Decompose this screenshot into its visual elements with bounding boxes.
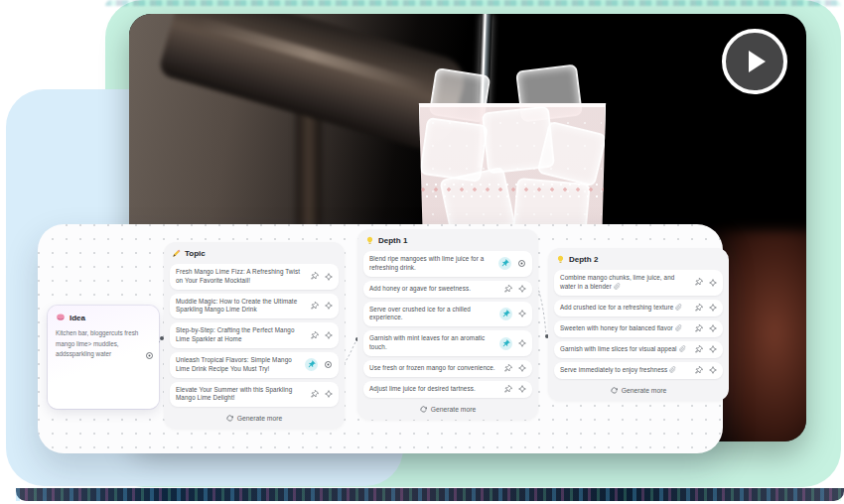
item-text: Adjust lime juice for desired tartness. — [369, 385, 499, 394]
idea-body-text: Kitchen bar, bloggercuts fresh mango lim… — [56, 328, 151, 360]
depth2-item[interactable]: Combine mango chunks, lime juice, and wa… — [554, 270, 723, 296]
item-text: Use fresh or frozen mango for convenienc… — [369, 364, 499, 373]
sparkle-icon[interactable] — [518, 285, 526, 293]
topic-column-header: Topic — [170, 248, 339, 264]
generate-more-label: Generate more — [431, 406, 477, 413]
target-icon[interactable] — [324, 360, 333, 369]
pin-icon[interactable] — [694, 366, 703, 375]
item-text: Sweeten with honey for balanced flavor — [560, 324, 690, 333]
pin-icon[interactable] — [694, 278, 703, 287]
sparkle-icon[interactable] — [709, 304, 717, 312]
topic-column: Topic Fresh Mango Lime Fizz: A Refreshin… — [164, 242, 345, 429]
idea-title: Idea — [70, 314, 85, 322]
item-text: Garnish with mint leaves for an aromatic… — [369, 334, 495, 352]
pin-icon[interactable] — [310, 272, 319, 281]
paperclip-icon — [675, 304, 682, 311]
sparkle-icon[interactable] — [325, 331, 333, 339]
topic-column-title: Topic — [185, 249, 206, 258]
pin-icon-active[interactable] — [499, 337, 512, 350]
pin-icon[interactable] — [694, 304, 703, 313]
paperclip-icon — [675, 324, 682, 331]
pin-icon[interactable] — [310, 331, 319, 340]
depth1-item[interactable]: Adjust lime juice for desired tartness. — [363, 381, 532, 398]
pin-icon-active[interactable] — [498, 257, 511, 270]
sparkle-icon[interactable] — [518, 385, 526, 393]
mindmap-panel: Idea Kitchen bar, bloggercuts fresh mang… — [38, 224, 723, 453]
pin-icon[interactable] — [503, 385, 512, 394]
generate-more-button[interactable]: Generate more — [363, 402, 532, 416]
depth1-item[interactable]: Garnish with mint leaves for an aromatic… — [363, 330, 532, 356]
generate-more-label: Generate more — [622, 387, 667, 394]
depth1-item[interactable]: Add honey or agave for sweetness. — [363, 281, 532, 298]
depth1-item[interactable]: Serve over crushed ice for a chilled exp… — [363, 302, 532, 327]
depth2-column-header: Depth 2 — [554, 254, 723, 270]
target-icon[interactable] — [145, 351, 154, 360]
item-text: Step-by-Step: Crafting the Perfect Mango… — [176, 326, 306, 344]
topic-item[interactable]: Fresh Mango Lime Fizz: A Refreshing Twis… — [170, 264, 339, 290]
topic-item[interactable]: Muddle Magic: How to Create the Ultimate… — [170, 294, 339, 319]
depth1-column-title: Depth 1 — [378, 236, 407, 245]
item-text: Muddle Magic: How to Create the Ultimate… — [176, 298, 306, 315]
pin-icon-active[interactable] — [305, 358, 318, 371]
item-text: Unleash Tropical Flavors: Simple Mango L… — [176, 356, 301, 374]
topic-item-selected[interactable]: Unleash Tropical Flavors: Simple Mango L… — [170, 352, 339, 378]
generate-more-label: Generate more — [237, 415, 283, 422]
pin-icon[interactable] — [503, 285, 512, 294]
sparkle-icon[interactable] — [709, 324, 717, 332]
sparkle-icon[interactable] — [709, 345, 717, 353]
item-text: Serve immediately to enjoy freshness — [560, 366, 690, 375]
item-text: Add crushed ice for a refreshing texture — [560, 304, 690, 313]
generate-more-button[interactable]: Generate more — [554, 383, 723, 397]
depth2-item[interactable]: Add crushed ice for a refreshing texture — [554, 300, 723, 316]
item-text: Fresh Mango Lime Fizz: A Refreshing Twis… — [176, 268, 306, 286]
pin-icon-active[interactable] — [499, 308, 512, 320]
item-text: Add honey or agave for sweetness. — [369, 285, 499, 294]
pin-icon[interactable] — [503, 364, 512, 373]
depth2-column: Depth 2 Combine mango chunks, lime juice… — [548, 248, 729, 401]
sparkle-icon[interactable] — [325, 302, 333, 310]
depth1-column-header: Depth 1 — [363, 235, 532, 251]
sparkle-icon[interactable] — [709, 279, 717, 287]
item-text: Garnish with lime slices for visual appe… — [560, 345, 690, 354]
idea-icon — [56, 313, 66, 322]
depth2-column-title: Depth 2 — [569, 255, 598, 264]
paperclip-icon — [679, 345, 686, 352]
depth2-item[interactable]: Sweeten with honey for balanced flavor — [554, 320, 723, 337]
bottom-glitch-band — [16, 488, 844, 501]
sparkle-icon[interactable] — [518, 339, 526, 347]
topic-item[interactable]: Elevate Your Summer with this Sparkling … — [170, 382, 339, 408]
item-text: Combine mango chunks, lime juice, and wa… — [560, 274, 690, 292]
generate-more-button[interactable]: Generate more — [170, 411, 339, 425]
paperclip-icon — [614, 283, 621, 290]
item-text: Blend ripe mangoes with lime juice for a… — [369, 255, 494, 273]
depth1-item-selected[interactable]: Blend ripe mangoes with lime juice for a… — [363, 251, 532, 277]
pin-icon[interactable] — [310, 390, 319, 399]
sparkle-icon[interactable] — [325, 273, 333, 281]
sparkle-icon[interactable] — [518, 310, 526, 317]
depth2-item[interactable]: Garnish with lime slices for visual appe… — [554, 341, 723, 358]
sparkle-icon[interactable] — [518, 364, 526, 372]
refresh-icon — [226, 415, 233, 422]
item-text: Serve over crushed ice for a chilled exp… — [369, 306, 495, 323]
pin-icon[interactable] — [694, 324, 703, 333]
lightbulb-icon — [556, 255, 565, 264]
target-icon[interactable] — [517, 259, 526, 268]
paperclip-icon — [669, 366, 676, 373]
pencil-icon — [172, 249, 181, 258]
depth1-item[interactable]: Use fresh or frozen mango for convenienc… — [363, 360, 532, 377]
play-button[interactable] — [722, 29, 787, 94]
item-text: Elevate Your Summer with this Sparkling … — [176, 386, 306, 404]
play-icon — [749, 51, 766, 72]
refresh-icon — [611, 387, 618, 394]
depth1-column: Depth 1 Blend ripe mangoes with lime jui… — [357, 229, 538, 420]
glass-rim-art — [415, 103, 610, 107]
idea-node[interactable]: Idea Kitchen bar, bloggercuts fresh mang… — [48, 306, 159, 409]
sparkle-icon[interactable] — [325, 390, 333, 398]
refresh-icon — [420, 406, 427, 413]
sparkle-icon[interactable] — [709, 366, 717, 374]
pin-icon[interactable] — [310, 302, 319, 311]
topic-item[interactable]: Step-by-Step: Crafting the Perfect Mango… — [170, 322, 339, 348]
lightbulb-icon — [365, 236, 374, 245]
pin-icon[interactable] — [694, 345, 703, 354]
depth2-item[interactable]: Serve immediately to enjoy freshness — [554, 362, 723, 379]
